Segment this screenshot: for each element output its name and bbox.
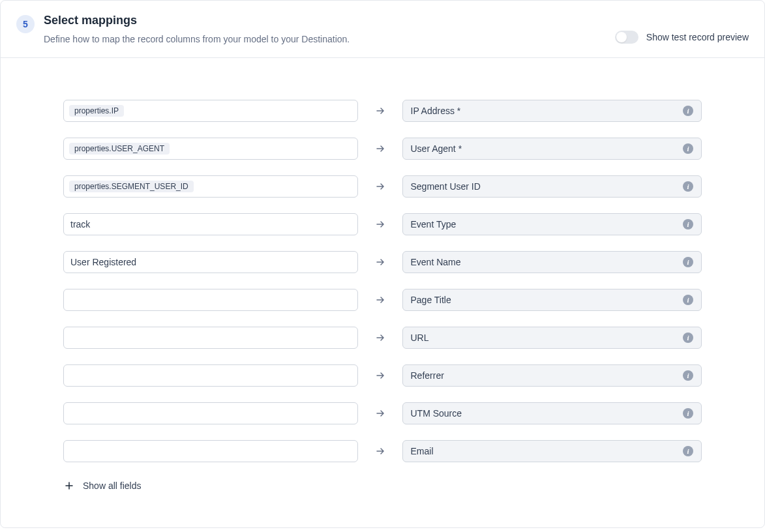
destination-field[interactable]: User Agent *i — [402, 138, 702, 160]
section-subtitle: Define how to map the record columns fro… — [44, 34, 350, 44]
section-title: Select mappings — [44, 14, 350, 27]
arrow-right-icon — [374, 218, 387, 231]
source-input[interactable]: properties.IP — [63, 100, 358, 122]
destination-field[interactable]: Page Titlei — [402, 289, 702, 311]
test-preview-toggle[interactable] — [615, 31, 638, 44]
plus-icon — [65, 481, 74, 490]
source-input[interactable] — [63, 440, 358, 462]
mapping-row: Page Titlei — [63, 289, 702, 311]
info-icon[interactable]: i — [683, 143, 693, 154]
destination-field[interactable]: Event Typei — [402, 213, 702, 235]
destination-label: Referrer — [411, 370, 444, 381]
info-icon[interactable]: i — [683, 295, 693, 305]
show-all-fields-button[interactable]: Show all fields — [63, 480, 702, 491]
arrow-right-icon — [374, 256, 387, 269]
destination-label: URL — [411, 332, 429, 343]
info-icon[interactable]: i — [683, 181, 693, 192]
destination-field[interactable]: Event Namei — [402, 251, 702, 273]
step-badge: 5 — [16, 15, 35, 33]
info-icon[interactable]: i — [683, 446, 693, 456]
arrow-right-icon — [374, 293, 387, 306]
mapping-row: properties.SEGMENT_USER_IDSegment User I… — [63, 175, 702, 198]
destination-label: Event Type — [411, 219, 457, 229]
source-text: track — [69, 219, 90, 229]
source-input[interactable] — [63, 327, 358, 349]
mapping-row: UTM Sourcei — [63, 402, 702, 424]
info-icon[interactable]: i — [683, 332, 693, 343]
source-text: User Registered — [69, 257, 136, 267]
toggle-knob — [616, 32, 627, 42]
destination-label: Event Name — [411, 257, 461, 267]
source-input[interactable] — [63, 289, 358, 311]
mapping-row: trackEvent Typei — [63, 213, 702, 235]
destination-label: UTM Source — [411, 408, 462, 419]
destination-field[interactable]: Emaili — [402, 440, 702, 462]
destination-field[interactable]: Referreri — [402, 364, 702, 387]
mapping-row: properties.IPIP Address *i — [63, 100, 702, 122]
destination-label: IP Address * — [411, 106, 461, 116]
info-icon[interactable]: i — [683, 408, 693, 419]
info-icon[interactable]: i — [683, 219, 693, 229]
mapping-row: Emaili — [63, 440, 702, 462]
source-chip: properties.IP — [69, 105, 124, 117]
arrow-right-icon — [374, 331, 387, 344]
mappings-card: 5 Select mappings Define how to map the … — [0, 0, 765, 528]
mapping-row: URLi — [63, 327, 702, 349]
source-chip: properties.SEGMENT_USER_ID — [69, 181, 194, 192]
destination-label: User Agent * — [411, 143, 462, 154]
destination-field[interactable]: UTM Sourcei — [402, 402, 702, 424]
source-input[interactable]: track — [63, 213, 358, 235]
mapping-row: User RegisteredEvent Namei — [63, 251, 702, 273]
toggle-label: Show test record preview — [646, 32, 749, 42]
arrow-right-icon — [374, 407, 387, 420]
source-input[interactable]: User Registered — [63, 251, 358, 273]
destination-label: Segment User ID — [411, 181, 481, 192]
source-input[interactable]: properties.SEGMENT_USER_ID — [63, 175, 358, 198]
mapping-row: Referreri — [63, 364, 702, 387]
info-icon[interactable]: i — [683, 370, 693, 381]
destination-label: Page Title — [411, 295, 451, 305]
destination-field[interactable]: URLi — [402, 327, 702, 349]
mapping-row: properties.USER_AGENTUser Agent *i — [63, 138, 702, 160]
source-input[interactable]: properties.USER_AGENT — [63, 138, 358, 160]
arrow-right-icon — [374, 142, 387, 155]
card-body: properties.IPIP Address *iproperties.USE… — [1, 58, 764, 527]
header-left: 5 Select mappings Define how to map the … — [16, 14, 350, 44]
arrow-right-icon — [374, 369, 387, 382]
info-icon[interactable]: i — [683, 257, 693, 267]
destination-label: Email — [411, 446, 434, 456]
info-icon[interactable]: i — [683, 106, 693, 116]
show-all-label: Show all fields — [83, 480, 142, 491]
arrow-right-icon — [374, 104, 387, 117]
source-input[interactable] — [63, 364, 358, 387]
source-input[interactable] — [63, 402, 358, 424]
source-chip: properties.USER_AGENT — [69, 143, 170, 155]
destination-field[interactable]: Segment User IDi — [402, 175, 702, 198]
arrow-right-icon — [374, 180, 387, 193]
card-header: 5 Select mappings Define how to map the … — [1, 1, 764, 58]
arrow-right-icon — [374, 445, 387, 458]
header-right: Show test record preview — [615, 31, 749, 44]
destination-field[interactable]: IP Address *i — [402, 100, 702, 122]
